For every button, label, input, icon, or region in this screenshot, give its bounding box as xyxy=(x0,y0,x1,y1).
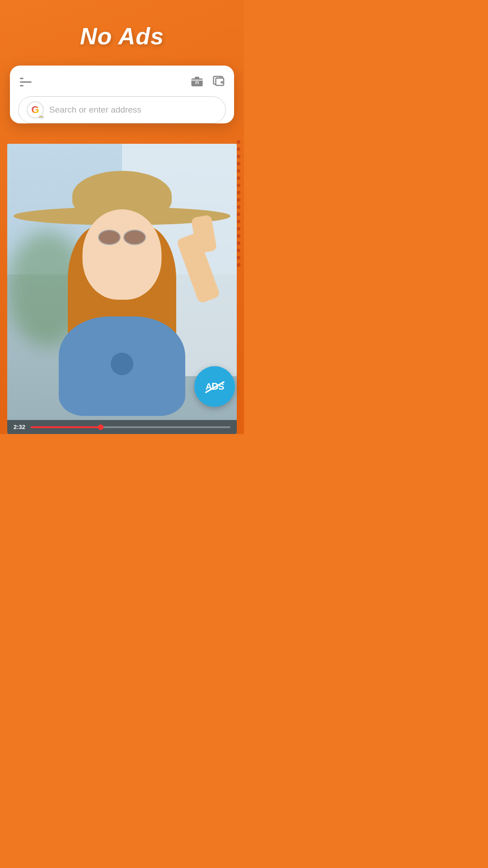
new-tab-icon[interactable] xyxy=(212,74,226,90)
search-placeholder: Search or enter address xyxy=(49,105,217,115)
video-time: 2:32 xyxy=(14,424,25,430)
top-right-icons xyxy=(189,74,226,90)
page-title: No Ads xyxy=(0,23,244,50)
browser-card: G Search or enter address xyxy=(10,66,234,123)
menu-icon[interactable] xyxy=(18,76,33,88)
browser-topbar xyxy=(18,74,226,96)
folder-icon[interactable] xyxy=(189,74,205,90)
video-controls: 2:32 xyxy=(7,420,237,434)
search-bar[interactable]: G Search or enter address xyxy=(18,96,226,123)
ads-badge-text: ADS xyxy=(206,381,224,392)
no-ads-badge: ADS xyxy=(194,366,235,407)
svg-point-3 xyxy=(196,82,198,84)
progress-dot xyxy=(98,425,103,430)
google-icon: G xyxy=(27,101,44,118)
progress-bar[interactable] xyxy=(31,426,230,428)
svg-rect-1 xyxy=(195,77,199,80)
title-section: No Ads xyxy=(0,23,244,50)
progress-fill xyxy=(31,426,101,428)
